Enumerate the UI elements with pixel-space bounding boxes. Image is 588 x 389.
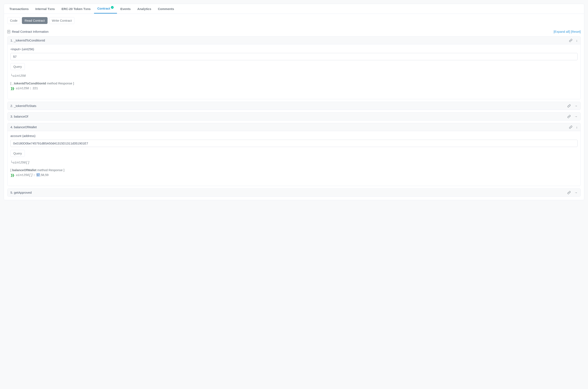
link-icon[interactable]	[569, 39, 572, 42]
query-button[interactable]: Query	[10, 63, 25, 70]
return-type: uint256[]	[10, 161, 578, 164]
method-header-icons: ↓	[569, 38, 578, 42]
section-title: Read Contract Information	[12, 30, 49, 33]
method-balanceOfWallet: 4. balanceOfWallet ↓ account (address) Q…	[7, 123, 581, 186]
main-tabs: Transactions Internal Txns ERC-20 Token …	[4, 4, 584, 14]
header-links: [Expand all] [Reset]	[554, 30, 581, 33]
method-title: 3. balanceOf	[10, 115, 28, 118]
method-balanceOf: 3. balanceOf →	[7, 112, 581, 121]
link-icon[interactable]	[567, 115, 571, 118]
document-icon	[7, 30, 10, 33]
method-header[interactable]: 4. balanceOfWallet ↓	[7, 123, 581, 131]
response-arrow-icon: ❯❯	[10, 173, 14, 177]
method-title: 5. getApproved	[10, 191, 32, 194]
tab-internal-txns[interactable]: Internal Txns	[32, 4, 58, 14]
expand-icon[interactable]: →	[574, 191, 578, 194]
method-title: 4. balanceOfWallet	[10, 125, 37, 129]
method-header[interactable]: 2. _tokenIdToStats →	[7, 102, 581, 110]
response-block: [ _tokenIdToConditionId method Response …	[10, 82, 578, 90]
expand-icon[interactable]: →	[574, 115, 578, 118]
tab-erc20[interactable]: ERC-20 Token Txns	[58, 4, 94, 14]
section-title-wrap: Read Contract Information	[7, 30, 49, 33]
method-getApproved: 5. getApproved →	[7, 189, 581, 196]
method-title: 1. _tokenIdToConditionId	[10, 38, 45, 42]
method-header[interactable]: 5. getApproved →	[7, 189, 581, 196]
tab-transactions[interactable]: Transactions	[6, 4, 32, 14]
section-header: Read Contract Information [Expand all] […	[7, 30, 581, 33]
contract-sub-tabs: Code Read Contract Write Contract	[7, 17, 581, 24]
link-icon[interactable]	[569, 126, 572, 129]
method-header-icons: ↓	[569, 125, 578, 129]
response-block: [ balanceOfWallet method Response ] ❯❯ u…	[10, 168, 578, 177]
tab-analytics[interactable]: Analytics	[134, 4, 155, 14]
response-value: ❯❯ uint256 : 221	[10, 86, 578, 90]
method-title: 2. _tokenIdToStats	[10, 104, 36, 108]
method-input[interactable]	[10, 53, 578, 60]
query-button[interactable]: Query	[10, 150, 25, 157]
return-type: uint256	[10, 74, 578, 78]
response-label: [ _tokenIdToConditionId method Response …	[10, 82, 578, 85]
method-body: account (address) Query uint256[] [ bala…	[7, 131, 581, 186]
collapse-icon[interactable]: ↓	[576, 125, 578, 129]
method-body: <input> (uint256) Query uint256 [ _token…	[7, 44, 581, 99]
method-header-icons: →	[567, 191, 578, 194]
method-tokenIdToConditionId: 1. _tokenIdToConditionId ↓ <input> (uint…	[7, 36, 581, 99]
method-list: 1. _tokenIdToConditionId ↓ <input> (uint…	[7, 36, 581, 196]
response-label: [ balanceOfWallet method Response ]	[10, 168, 578, 172]
input-label: account (address)	[10, 134, 578, 138]
method-header[interactable]: 3. balanceOf →	[7, 113, 581, 120]
tab-events[interactable]: Events	[117, 4, 134, 14]
link-icon[interactable]	[567, 191, 571, 194]
response-value: ❯❯ uint256[] : 57,58,59	[10, 173, 578, 177]
method-header-icons: →	[567, 104, 578, 108]
tab-contract-label: Contract	[97, 7, 110, 10]
subtab-read[interactable]: Read Contract	[22, 17, 48, 24]
collapse-icon[interactable]: ↓	[576, 38, 578, 42]
reset-link[interactable]: [Reset]	[571, 30, 581, 33]
method-header-icons: →	[567, 115, 578, 118]
tab-comments[interactable]: Comments	[155, 4, 177, 14]
subtab-code[interactable]: Code	[7, 17, 20, 24]
method-tokenIdToStats: 2. _tokenIdToStats →	[7, 102, 581, 110]
subtab-write[interactable]: Write Contract	[49, 17, 75, 24]
link-icon[interactable]	[567, 104, 571, 108]
method-header[interactable]: 1. _tokenIdToConditionId ↓	[7, 36, 581, 44]
expand-icon[interactable]: →	[574, 104, 578, 108]
response-arrow-icon: ❯❯	[10, 87, 14, 90]
expand-all-link[interactable]: [Expand all]	[554, 30, 570, 33]
input-label: <input> (uint256)	[10, 47, 578, 51]
verified-icon: ✓	[111, 6, 114, 9]
method-input[interactable]	[10, 140, 578, 147]
content-area: Code Read Contract Write Contract Read C…	[4, 14, 584, 200]
tab-contract[interactable]: Contract ✓	[94, 4, 117, 14]
contract-card: Transactions Internal Txns ERC-20 Token …	[4, 4, 584, 200]
